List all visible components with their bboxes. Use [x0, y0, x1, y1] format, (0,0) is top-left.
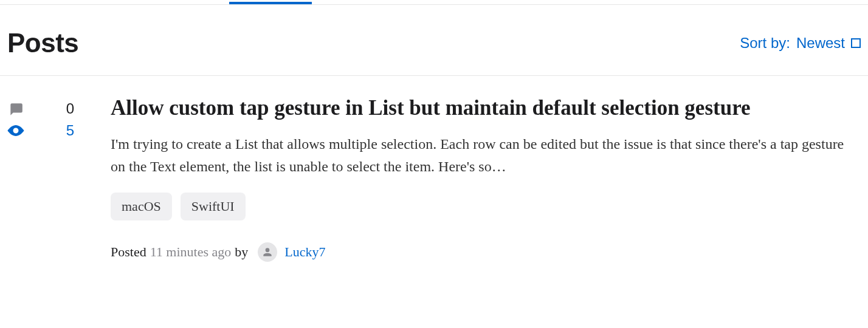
posts-header: Posts Sort by: Newest: [0, 5, 868, 76]
posted-time: 11 minutes ago: [150, 244, 232, 260]
tag-swiftui[interactable]: SwiftUI: [181, 193, 246, 220]
post-item: 0 5 Allow custom tap gesture in List but…: [0, 76, 868, 262]
author-link[interactable]: Lucky7: [284, 244, 325, 260]
views-icon: [7, 122, 24, 139]
sort-control[interactable]: Sort by: Newest: [740, 35, 861, 52]
sort-value: Newest: [796, 35, 845, 52]
post-meta: Posted 11 minutes ago by Lucky7: [111, 242, 861, 262]
avatar[interactable]: [258, 242, 277, 262]
views-stat: 5: [7, 122, 74, 139]
comments-stat: 0: [7, 100, 74, 117]
post-stats: 0 5: [7, 94, 74, 262]
post-title[interactable]: Allow custom tap gesture in List but mai…: [111, 94, 861, 122]
active-tab-indicator: [229, 2, 312, 4]
by-label: by: [235, 244, 248, 260]
tag-macos[interactable]: macOS: [111, 193, 172, 220]
post-tags: macOS SwiftUI: [111, 193, 861, 220]
post-excerpt: I'm trying to create a List that allows …: [111, 133, 861, 178]
posted-label: Posted: [111, 244, 146, 260]
post-content: Allow custom tap gesture in List but mai…: [111, 94, 861, 262]
tab-bar: [0, 0, 868, 5]
views-count: 5: [66, 122, 74, 139]
comments-icon: [7, 100, 24, 117]
sort-label: Sort by:: [740, 35, 790, 52]
comments-count: 0: [66, 100, 74, 117]
page-title: Posts: [7, 28, 78, 58]
dropdown-icon: [851, 38, 861, 48]
